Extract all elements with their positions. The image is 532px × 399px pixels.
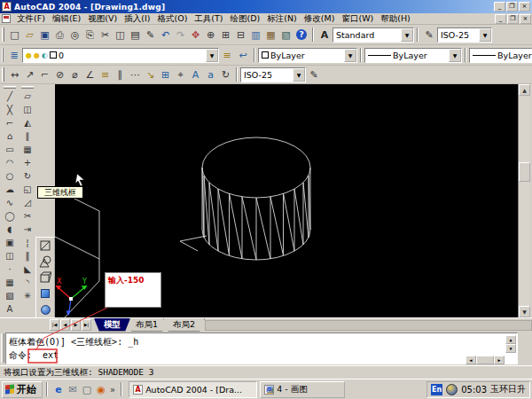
menu-item[interactable]: 绘图(D) — [227, 13, 264, 25]
layer-on-icon[interactable]: ● — [26, 51, 32, 59]
zoom-realtime-icon[interactable]: ⊕ — [203, 27, 218, 43]
rotate-icon[interactable]: ↻ — [20, 169, 35, 183]
chevron-down-icon[interactable]: ▼ — [344, 49, 356, 62]
hatch-icon[interactable]: ▦ — [2, 276, 18, 289]
quick-leader-icon[interactable]: ↘ — [143, 66, 158, 82]
scale-icon[interactable]: ◱ — [20, 183, 35, 196]
chevron-icon[interactable]: » — [110, 385, 115, 395]
scroll-right-icon[interactable]: ▶ — [494, 356, 505, 364]
gouraud-shaded-icon[interactable] — [37, 301, 53, 317]
layer-lock-icon[interactable]: ◐ — [42, 51, 48, 59]
scroll-down-icon[interactable]: ▼ — [519, 306, 530, 317]
scroll-down-icon[interactable]: ▼ — [505, 344, 516, 353]
3d-wireframe-icon[interactable] — [37, 254, 53, 270]
menu-item[interactable]: 视图(V) — [84, 13, 121, 25]
2d-wireframe-icon[interactable] — [37, 238, 53, 254]
chevron-down-icon[interactable]: ▼ — [206, 49, 218, 62]
scrollbar-thumb[interactable] — [519, 162, 530, 182]
revision-cloud-icon[interactable]: ☁ — [2, 183, 18, 196]
make-object-layer-current-icon[interactable]: ≡ — [219, 47, 235, 63]
tray-app-icon[interactable] — [446, 384, 458, 395]
command-input[interactable]: ext — [43, 350, 59, 360]
doc-restore-button[interactable]: ❐ — [507, 14, 519, 24]
toolbar-grip[interactable] — [2, 27, 4, 42]
tab-nav-button[interactable]: ▶| — [82, 319, 91, 331]
menu-item[interactable]: 帮助(H) — [377, 13, 414, 25]
undo-icon[interactable]: ↶ — [158, 27, 173, 43]
copy-object-icon[interactable]: ◫ — [20, 103, 35, 116]
extend-icon[interactable]: ⇥ — [20, 223, 35, 236]
ime-indicator[interactable]: En — [431, 384, 442, 395]
tab-nav-button[interactable]: |◀ — [50, 319, 59, 331]
start-button[interactable]: 开始 — [2, 381, 43, 398]
close-button[interactable]: × — [519, 2, 530, 12]
ellipse-icon[interactable]: ◯ — [2, 209, 18, 223]
menu-item[interactable]: 工具(T) — [191, 13, 226, 25]
explode-icon[interactable]: ✳ — [20, 289, 35, 302]
chevron-down-icon[interactable]: ▼ — [479, 28, 491, 42]
offset-icon[interactable]: ∥ — [20, 129, 35, 143]
layer-previous-icon[interactable]: ↩ — [235, 47, 251, 63]
line-icon[interactable]: ╱ — [2, 90, 18, 103]
dimension-edit-icon[interactable]: A — [188, 66, 203, 82]
task-button-paint[interactable]: 画 4 - 画图 — [260, 381, 345, 398]
layer-freeze-icon[interactable]: ● — [34, 51, 40, 59]
chevron-down-icon[interactable]: ▼ — [449, 49, 461, 62]
text-style-icon[interactable]: A — [317, 27, 332, 43]
angular-dimension-icon[interactable]: ∠ — [82, 66, 98, 82]
toolbar-grip[interactable] — [2, 67, 4, 82]
make-block-icon[interactable]: ◫ — [2, 249, 18, 262]
tolerance-icon[interactable]: ⊞ — [158, 66, 173, 82]
toolbar-grip[interactable] — [21, 86, 34, 89]
mirror-icon[interactable]: ◭ — [20, 116, 35, 129]
tab-model[interactable]: 模型 — [94, 318, 130, 332]
ordinate-dimension-icon[interactable]: ⌐ — [37, 66, 52, 82]
tab-nav-button[interactable]: ▶ — [71, 319, 81, 331]
color-control-combo[interactable]: ByLayer ▼ — [258, 48, 357, 63]
canvas-vertical-scrollbar[interactable]: ▲ ▼ — [518, 84, 529, 317]
aligned-dimension-icon[interactable]: ↗ — [22, 66, 37, 82]
tab-layout1[interactable]: 布局1 — [126, 318, 168, 332]
toolbar-grip[interactable] — [4, 86, 16, 89]
zoom-window-icon[interactable]: ⊞ — [218, 27, 233, 43]
dimension-text-edit-icon[interactable]: a — [203, 66, 218, 82]
lineweight-control-combo[interactable]: ByLayer — [469, 48, 532, 63]
linear-dimension-icon[interactable]: ↔ — [7, 66, 22, 82]
publish-icon[interactable]: ⎘ — [82, 27, 98, 43]
restore-button[interactable]: ❐ — [506, 2, 518, 12]
stretch-icon[interactable]: ◿ — [20, 196, 35, 209]
scrollbar-thumb[interactable] — [476, 356, 494, 364]
plot-preview-icon[interactable]: ◎ — [67, 27, 82, 43]
array-icon[interactable]: ▦ — [20, 143, 35, 156]
scroll-left-icon[interactable]: ◀ — [466, 356, 476, 364]
command-window-grip[interactable] — [1, 333, 4, 363]
properties-icon[interactable]: ▥ — [248, 27, 263, 43]
dim-style-combo[interactable]: ISO-25 ▼ — [437, 27, 492, 43]
quick-dimension-icon[interactable]: ≡ — [98, 66, 113, 82]
erase-icon[interactable]: ▱ — [20, 90, 35, 103]
layer-combo[interactable]: ● ● ◐ 0 ▼ — [22, 48, 219, 63]
ie-icon[interactable]: e — [51, 382, 66, 396]
polygon-icon[interactable]: ⌂ — [2, 129, 18, 143]
chevron-down-icon[interactable]: ▼ — [401, 28, 413, 42]
doc-minimize-button[interactable]: _ — [495, 14, 506, 24]
cut-icon[interactable]: ✂ — [98, 27, 113, 43]
menu-item[interactable]: 编辑(E) — [49, 13, 84, 25]
tab-nav-button[interactable]: ◀ — [60, 319, 70, 331]
command-text-area[interactable]: 框体着色(O)] <三维线框>: _h 命令: ext ▲ ▼ ◀ ▶ — [5, 332, 518, 364]
dimension-style-combo[interactable]: ISO-25 ▼ — [240, 67, 306, 82]
doc-close-button[interactable]: × — [520, 14, 531, 24]
linetype-control-combo[interactable]: ByLayer ▼ — [364, 48, 462, 63]
command-vertical-scrollbar[interactable]: ▲ ▼ — [505, 335, 516, 353]
chamfer-icon[interactable]: ◣ — [20, 262, 35, 276]
rectangle-icon[interactable]: ▭ — [2, 143, 18, 156]
minimize-button[interactable]: _ — [494, 2, 505, 12]
circle-icon[interactable]: ○ — [2, 169, 18, 183]
menu-item[interactable]: 标注(N) — [263, 13, 301, 25]
plot-icon[interactable]: ⎙ — [52, 27, 67, 43]
arc-icon[interactable]: ◠ — [2, 156, 18, 169]
redo-icon[interactable]: ↷ — [173, 27, 188, 43]
text-style-combo[interactable]: Standard ▼ — [332, 27, 414, 43]
mail-icon[interactable]: ✉ — [66, 382, 80, 396]
save-icon[interactable]: ▣ — [37, 27, 52, 43]
